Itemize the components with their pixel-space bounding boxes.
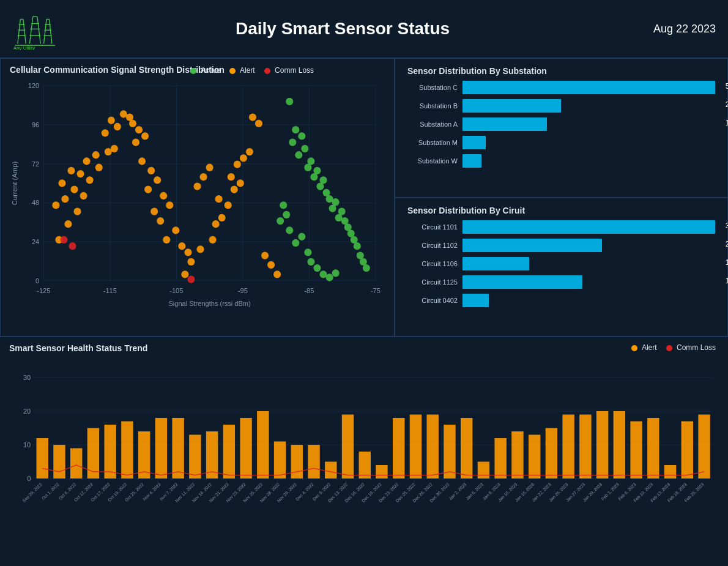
alert-legend: Alert xyxy=(229,66,254,75)
svg-point-65 xyxy=(102,129,109,136)
health-alert-dot xyxy=(631,345,637,351)
svg-rect-187 xyxy=(546,428,557,479)
svg-rect-175 xyxy=(342,415,354,479)
svg-rect-157 xyxy=(37,438,48,478)
active-dot xyxy=(190,68,196,74)
svg-text:-115: -115 xyxy=(103,287,117,294)
svg-point-58 xyxy=(77,170,84,177)
svg-point-73 xyxy=(132,139,139,146)
svg-rect-190 xyxy=(596,411,608,478)
svg-point-82 xyxy=(172,226,179,234)
bar-label: Substation W xyxy=(407,157,462,165)
right-panels: Sensor Distribution By Substation Substa… xyxy=(395,58,728,337)
scatter-legend: Active Alert Comm Loss xyxy=(190,66,314,75)
comm-loss-legend: Comm Loss xyxy=(264,66,314,75)
svg-point-122 xyxy=(316,182,324,190)
svg-point-50 xyxy=(64,220,72,228)
svg-point-98 xyxy=(237,179,244,187)
svg-point-80 xyxy=(150,208,158,215)
svg-point-99 xyxy=(228,173,235,181)
svg-rect-22 xyxy=(43,86,376,280)
header-date: Aug 22 2023 xyxy=(624,23,716,35)
svg-point-86 xyxy=(187,258,195,266)
svg-point-144 xyxy=(307,258,314,266)
bar-track: 21 xyxy=(462,239,715,252)
svg-point-108 xyxy=(60,236,67,244)
svg-point-62 xyxy=(92,151,100,158)
scatter-panel: Cellular Communication Signal Strength D… xyxy=(0,58,395,337)
svg-text:120: 120 xyxy=(28,82,39,89)
svg-point-107 xyxy=(273,270,281,278)
svg-point-140 xyxy=(286,226,293,234)
svg-text:Signal Strengths (rssi dBm): Signal Strengths (rssi dBm) xyxy=(168,300,251,307)
bar-value: 10 xyxy=(726,258,728,267)
bar-label: Substation A xyxy=(407,121,462,128)
svg-rect-192 xyxy=(630,422,642,479)
svg-point-116 xyxy=(295,151,302,158)
bar-value: 54 xyxy=(726,82,728,91)
health-chart-area: 0102030Sep 29, 2022Oct 1, 2022Oct 6, 202… xyxy=(9,371,719,512)
svg-point-101 xyxy=(240,154,247,162)
svg-point-106 xyxy=(267,261,275,269)
health-alert-legend: Alert xyxy=(631,343,656,352)
svg-point-87 xyxy=(181,270,188,278)
svg-rect-178 xyxy=(393,418,404,478)
bar-value: 18 xyxy=(726,277,728,285)
svg-point-78 xyxy=(160,192,167,199)
bar-row: Circuit 0402 4 xyxy=(407,294,715,307)
svg-point-136 xyxy=(363,264,370,272)
circuit-panel: Sensor Distribution By Ciruit Circuit 11… xyxy=(395,198,728,337)
bar-label: Circuit 1102 xyxy=(407,242,462,249)
svg-point-110 xyxy=(187,275,195,283)
bar-label: Substation M xyxy=(407,139,462,146)
svg-rect-181 xyxy=(444,425,455,478)
health-title: Smart Sensor Health Status Trend xyxy=(9,343,719,353)
svg-point-92 xyxy=(209,236,217,244)
svg-rect-165 xyxy=(172,418,184,478)
bar-track: 5 xyxy=(462,136,715,149)
svg-point-77 xyxy=(144,186,152,193)
svg-point-112 xyxy=(292,126,299,133)
svg-point-137 xyxy=(280,201,287,209)
bar-fill xyxy=(462,220,715,234)
svg-point-51 xyxy=(74,208,81,215)
bar-row: Substation M 5 xyxy=(407,136,715,149)
bar-fill xyxy=(462,257,529,270)
bar-fill xyxy=(462,154,481,168)
svg-point-100 xyxy=(234,160,241,168)
svg-rect-173 xyxy=(308,445,319,478)
scatter-svg: 120 96 72 48 24 0 -125 -115 -105 -95 -85… xyxy=(10,80,385,312)
svg-text:Oct 1, 2022: Oct 1, 2022 xyxy=(41,482,60,501)
svg-point-61 xyxy=(83,157,91,165)
bar-row: Substation W 4 xyxy=(407,154,715,168)
svg-text:-75: -75 xyxy=(371,287,381,294)
svg-line-7 xyxy=(37,17,40,43)
svg-rect-183 xyxy=(478,462,489,479)
svg-point-113 xyxy=(298,132,305,140)
active-legend: Active xyxy=(190,66,220,75)
substation-panel: Sensor Distribution By Substation Substa… xyxy=(395,58,728,198)
bar-row: Substation C 54 xyxy=(407,81,715,94)
svg-point-142 xyxy=(292,239,299,247)
svg-rect-191 xyxy=(614,411,625,478)
bar-label: Circuit 1125 xyxy=(407,278,462,286)
svg-rect-161 xyxy=(104,425,116,478)
bar-fill xyxy=(462,275,582,289)
svg-point-54 xyxy=(80,192,87,199)
svg-point-90 xyxy=(206,164,214,171)
bar-label: Substation B xyxy=(407,102,462,110)
bar-row: Circuit 1125 18 xyxy=(407,275,715,289)
bar-track: 21 xyxy=(462,99,715,113)
svg-point-67 xyxy=(108,117,115,124)
svg-point-93 xyxy=(212,220,220,228)
scatter-chart-area: 120 96 72 48 24 0 -125 -115 -105 -95 -85… xyxy=(10,80,385,312)
svg-text:Jan 2, 2023: Jan 2, 2023 xyxy=(448,482,467,501)
svg-rect-186 xyxy=(529,435,540,479)
bar-fill xyxy=(462,117,547,131)
svg-text:0: 0 xyxy=(27,475,31,482)
svg-point-88 xyxy=(193,182,201,190)
svg-text:-125: -125 xyxy=(37,287,50,294)
svg-point-57 xyxy=(86,176,94,184)
svg-rect-189 xyxy=(579,415,591,479)
svg-rect-164 xyxy=(155,418,167,478)
